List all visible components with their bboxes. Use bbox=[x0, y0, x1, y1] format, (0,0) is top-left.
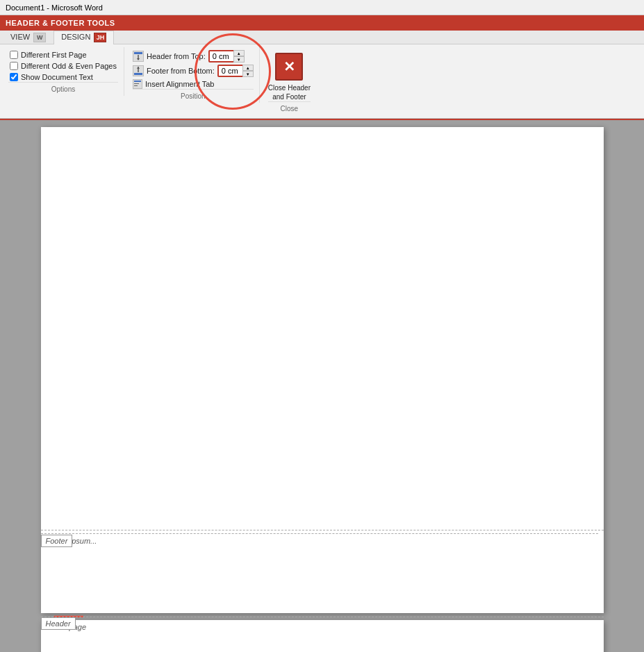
header-from-top-spinner-buttons: ▲ ▼ bbox=[233, 50, 245, 62]
svg-marker-5 bbox=[137, 67, 140, 69]
footer-from-bottom-spinner: ▲ ▼ bbox=[217, 65, 254, 77]
close-group-label: Close bbox=[268, 101, 311, 112]
document-area: Footer Lorem ipsum... New page Header bbox=[0, 120, 644, 652]
ribbon-group-options: Different First Page Different Odd & Eve… bbox=[6, 47, 124, 96]
different-odd-even-checkbox-row[interactable]: Different Odd & Even Pages bbox=[8, 61, 118, 71]
close-icon: ✕ bbox=[283, 60, 295, 74]
ribbon-context-header: HEADER & FOOTER TOOLS bbox=[0, 15, 644, 31]
header-from-top-down[interactable]: ▼ bbox=[233, 56, 245, 62]
show-document-text-checkbox[interactable] bbox=[10, 73, 18, 81]
close-header-footer-button[interactable]: ✕ bbox=[275, 53, 303, 81]
page-1: Footer Lorem ipsum... bbox=[41, 127, 604, 613]
header-from-top-label: Header from Top: bbox=[147, 52, 206, 60]
footer-from-bottom-down[interactable]: ▼ bbox=[242, 71, 254, 77]
ribbon-group-position: Header from Top: ▲ ▼ bbox=[130, 47, 260, 103]
svg-rect-0 bbox=[134, 52, 142, 54]
footer-from-bottom-icon bbox=[133, 65, 144, 76]
header-from-top-icon bbox=[133, 51, 144, 62]
different-first-page-checkbox-row[interactable]: Different First Page bbox=[8, 50, 118, 60]
footer-from-bottom-row: Footer from Bottom: ▲ ▼ bbox=[133, 65, 254, 77]
ribbon-group-close: ✕ Close Header and Footer Close bbox=[265, 47, 316, 115]
header-from-top-up[interactable]: ▲ bbox=[233, 50, 245, 56]
footer-from-bottom-spinner-buttons: ▲ ▼ bbox=[242, 65, 254, 77]
insert-alignment-tab-row[interactable]: Insert Alignment Tab bbox=[133, 79, 254, 89]
svg-rect-3 bbox=[134, 73, 142, 75]
svg-rect-7 bbox=[134, 83, 139, 84]
insert-alignment-tab-label: Insert Alignment Tab bbox=[145, 80, 214, 88]
title-bar: Document1 - Microsoft Word bbox=[0, 0, 644, 15]
svg-rect-6 bbox=[134, 81, 141, 82]
position-group-content: Header from Top: ▲ ▼ bbox=[133, 50, 254, 89]
footer-badge: Footer bbox=[41, 535, 73, 547]
close-header-footer-label: Close Header and Footer bbox=[268, 83, 311, 101]
show-document-text-label: Show Document Text bbox=[21, 73, 93, 81]
ribbon-context-label: HEADER & FOOTER TOOLS bbox=[6, 19, 115, 27]
header-from-top-row: Header from Top: ▲ ▼ bbox=[133, 50, 254, 62]
ribbon-tabs: VIEW W DESIGN JH bbox=[0, 31, 644, 44]
svg-rect-8 bbox=[134, 85, 138, 86]
show-document-text-checkbox-row[interactable]: Show Document Text bbox=[8, 72, 118, 82]
footer-from-bottom-up[interactable]: ▲ bbox=[242, 65, 254, 71]
ribbon: HEADER & FOOTER TOOLS VIEW W DESIGN JH D… bbox=[0, 15, 644, 120]
svg-marker-2 bbox=[137, 58, 140, 60]
different-first-page-checkbox[interactable] bbox=[10, 51, 18, 59]
ribbon-body: Different First Page Different Odd & Eve… bbox=[0, 44, 644, 119]
different-odd-even-label: Different Odd & Even Pages bbox=[21, 62, 117, 70]
footer-from-bottom-label: Footer from Bottom: bbox=[147, 67, 215, 75]
page-1-body bbox=[41, 127, 604, 530]
tab-design[interactable]: DESIGN JH bbox=[53, 31, 114, 44]
position-group-label: Position bbox=[133, 89, 254, 100]
page-1-footer-section[interactable]: Footer Lorem ipsum... bbox=[41, 530, 604, 613]
close-group-content: ✕ Close Header and Footer bbox=[268, 50, 311, 101]
different-first-page-label: Different First Page bbox=[21, 51, 87, 59]
page-2-header-section[interactable]: New page Header bbox=[41, 620, 604, 652]
different-odd-even-checkbox[interactable] bbox=[10, 62, 18, 70]
insert-alignment-tab-icon bbox=[133, 79, 142, 89]
options-group-content: Different First Page Different Odd & Eve… bbox=[8, 50, 118, 82]
tab-view[interactable]: VIEW W bbox=[3, 31, 53, 44]
page-2: New page Header bbox=[41, 620, 604, 652]
header-badge: Header bbox=[41, 617, 76, 630]
title-text: Document1 - Microsoft Word bbox=[6, 3, 103, 12]
options-group-label: Options bbox=[8, 82, 118, 93]
header-from-top-spinner: ▲ ▼ bbox=[208, 50, 245, 62]
